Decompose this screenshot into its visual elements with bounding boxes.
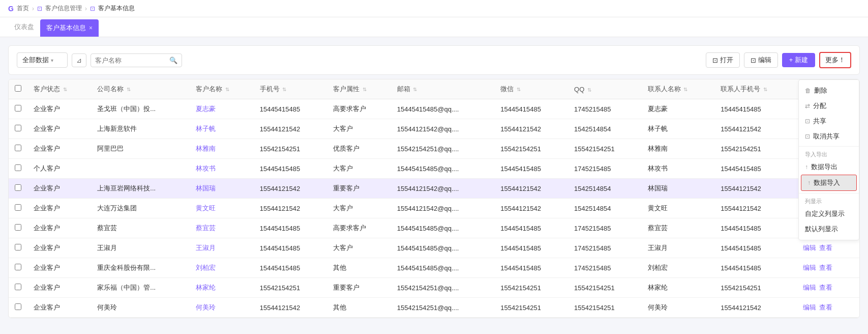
op-view-link[interactable]: 查看 — [819, 303, 832, 311]
customer-name-link[interactable]: 林国瑞 — [190, 179, 253, 199]
brand-icon: G — [8, 5, 14, 13]
table-row: 企业客户王淑月王淑月15445415485大客户15445415485@qq..… — [9, 238, 859, 258]
dp-assign[interactable]: ⇄ 分配 — [799, 98, 859, 114]
row-checkbox[interactable] — [15, 284, 21, 290]
data-table: 客户状态 ⇅ 公司名称 ⇅ 客户名称 ⇅ 手机号 ⇅ 客户属性 ⇅ 邮箱 ⇅ 微… — [9, 79, 859, 318]
op-view-link[interactable]: 查看 — [819, 264, 832, 271]
col-email[interactable]: 邮箱 ⇅ — [391, 79, 495, 99]
edit-button[interactable]: ⊡ 编辑 — [744, 52, 778, 68]
op-edit-link[interactable]: 编辑 — [803, 264, 816, 271]
tab-active-label: 客户基本信息 — [46, 23, 86, 33]
row-checkbox[interactable] — [15, 145, 21, 151]
op-cell: 编辑查看 — [797, 238, 859, 258]
tab-close-icon[interactable]: × — [89, 24, 93, 32]
row-checkbox[interactable] — [15, 164, 21, 171]
dp-import[interactable]: ↑ 数据导入 — [801, 175, 857, 191]
dp-section-import-export: 导入导出 — [799, 149, 859, 159]
row-checkbox[interactable] — [15, 264, 21, 270]
tab-dashboard[interactable]: 仪表盘 — [8, 18, 40, 36]
filter-label: 全部数据 — [22, 55, 49, 65]
row-checkbox[interactable] — [15, 303, 21, 310]
filter-arrow-icon: ▾ — [51, 58, 53, 63]
tab-bar: 仪表盘 客户基本信息 × — [0, 17, 868, 37]
open-icon: ⊡ — [712, 57, 718, 64]
table-row: 企业客户大连万达集团黄文旺15544121542大客户15544121542@q… — [9, 199, 859, 218]
breadcrumb-sep1: › — [32, 5, 34, 12]
customer-name-link[interactable]: 王淑月 — [190, 238, 253, 258]
search-input[interactable] — [95, 57, 166, 64]
funnel-icon: ⊿ — [76, 57, 82, 64]
op-edit-link[interactable]: 编辑 — [803, 284, 816, 291]
customer-name-link[interactable]: 何美玲 — [190, 298, 253, 318]
op-view-link[interactable]: 查看 — [819, 284, 832, 291]
row-checkbox[interactable] — [15, 184, 21, 191]
breadcrumb-level2: 客户基本信息 — [98, 4, 135, 13]
col-company[interactable]: 公司名称 ⇅ — [91, 79, 190, 99]
dropdown-divider1 — [799, 146, 859, 147]
more-label: 更多！ — [825, 55, 845, 65]
dp-custom-columns[interactable]: 自定义列显示 — [799, 206, 859, 221]
edit-label: 编辑 — [758, 55, 771, 65]
customer-name-link[interactable]: 刘柏宏 — [190, 258, 253, 278]
dp-unshare[interactable]: ⊡ 取消共享 — [799, 129, 859, 144]
col-contact-name[interactable]: 联系人名称 ⇅ — [642, 79, 714, 99]
open-button[interactable]: ⊡ 打开 — [706, 52, 740, 68]
dp-unshare-label: 取消共享 — [813, 132, 840, 141]
import-icon: ↑ — [807, 179, 811, 186]
col-phone[interactable]: 手机号 ⇅ — [254, 79, 327, 99]
col-contact-phone[interactable]: 联系人手机号 ⇅ — [714, 79, 797, 99]
customer-name-link[interactable]: 夏志豪 — [190, 99, 253, 119]
op-cell: 编辑查看 — [797, 258, 859, 278]
customer-name-link[interactable]: 蔡宜芸 — [190, 218, 253, 238]
table-row: 企业客户家乐福（中国）管...林家纶15542154251重要客户1554215… — [9, 278, 859, 298]
dp-delete[interactable]: 🗑 删除 — [799, 83, 859, 98]
more-button[interactable]: 更多！ — [819, 52, 851, 68]
row-checkbox[interactable] — [15, 204, 21, 211]
breadcrumb-folder-icon2: ⊡ — [90, 5, 95, 12]
customer-name-link[interactable]: 黄文旺 — [190, 199, 253, 218]
breadcrumb-home[interactable]: 首页 — [17, 4, 29, 13]
dp-import-label: 数据导入 — [814, 178, 840, 187]
customer-name-link[interactable]: 林攻书 — [190, 159, 253, 179]
op-edit-link[interactable]: 编辑 — [803, 244, 816, 252]
op-view-link[interactable]: 查看 — [819, 244, 832, 252]
delete-icon: 🗑 — [805, 87, 811, 94]
dp-section-columns: 列显示 — [799, 196, 859, 206]
row-checkbox[interactable] — [15, 105, 21, 112]
col-qq[interactable]: QQ ⇅ — [568, 79, 642, 99]
tab-customers[interactable]: 客户基本信息 × — [40, 19, 99, 37]
search-icon: 🔍 — [169, 57, 177, 64]
row-checkbox[interactable] — [15, 125, 21, 131]
customer-name-link[interactable]: 林雅南 — [190, 139, 253, 159]
col-wechat[interactable]: 微信 ⇅ — [494, 79, 568, 99]
new-button[interactable]: + 新建 — [782, 53, 815, 67]
dp-export-label: 数据导出 — [811, 162, 837, 172]
search-wrap[interactable]: 🔍 — [91, 53, 182, 67]
breadcrumb-level1[interactable]: 客户信息管理 — [45, 4, 82, 13]
dp-export[interactable]: ↑ 数据导出 — [799, 159, 859, 175]
filter-dropdown[interactable]: 全部数据 ▾ — [17, 52, 68, 68]
table-header-row: 客户状态 ⇅ 公司名称 ⇅ 客户名称 ⇅ 手机号 ⇅ 客户属性 ⇅ 邮箱 ⇅ 微… — [9, 79, 859, 99]
table-row: 企业客户圣戈班（中国）投...夏志豪15445415485高要求客户154454… — [9, 99, 859, 119]
main-content: 全部数据 ▾ ⊿ 🔍 ⊡ 打开 ⊡ 编辑 + 新建 更多！ — [0, 37, 868, 330]
breadcrumb-folder-icon: ⊡ — [37, 5, 42, 12]
col-status[interactable]: 客户状态 ⇅ — [27, 79, 91, 99]
col-name[interactable]: 客户名称 ⇅ — [190, 79, 253, 99]
breadcrumb-bar: G 首页 › ⊡ 客户信息管理 › ⊡ 客户基本信息 — [0, 0, 868, 17]
op-edit-link[interactable]: 编辑 — [803, 303, 816, 311]
op-cell: 编辑查看 — [797, 278, 859, 298]
col-attribute[interactable]: 客户属性 ⇅ — [327, 79, 391, 99]
dp-custom-col-label: 自定义列显示 — [805, 209, 845, 218]
assign-icon: ⇄ — [805, 102, 810, 109]
dp-share[interactable]: ⊡ 共享 — [799, 114, 859, 129]
row-checkbox[interactable] — [15, 244, 21, 250]
filter-icon-button[interactable]: ⊿ — [72, 53, 86, 67]
customer-name-link[interactable]: 林家纶 — [190, 278, 253, 298]
select-all-col — [9, 79, 27, 99]
table-row: 企业客户上海新意软件林子帆15544121542大客户15544121542@q… — [9, 119, 859, 139]
dp-default-columns[interactable]: 默认列显示 — [799, 221, 859, 237]
row-checkbox[interactable] — [15, 224, 21, 231]
customer-name-link[interactable]: 林子帆 — [190, 119, 253, 139]
select-all-checkbox[interactable] — [15, 85, 21, 92]
table-row: 企业客户重庆金科股份有限...刘柏宏15445415485其他154454154… — [9, 258, 859, 278]
